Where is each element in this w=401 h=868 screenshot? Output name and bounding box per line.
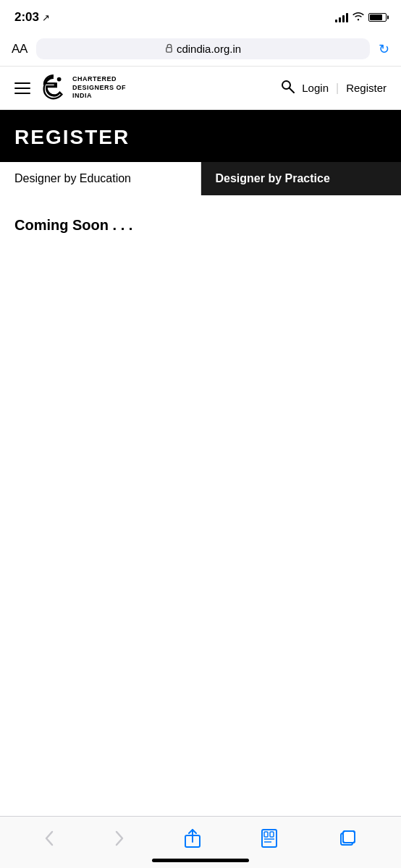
search-icon[interactable]: [280, 79, 295, 97]
browser-actions: [0, 817, 401, 859]
tab-practice[interactable]: Designer by Practice: [201, 162, 402, 195]
url-bar[interactable]: cdindia.org.in: [36, 38, 370, 59]
svg-rect-8: [270, 832, 274, 837]
svg-line-4: [290, 88, 294, 93]
browser-bookmark-button[interactable]: [261, 829, 277, 848]
tab-education[interactable]: Designer by Education: [0, 162, 201, 195]
status-time: 2:03: [14, 10, 39, 25]
address-bar: AA cdindia.org.in ↻: [0, 32, 401, 67]
nav-left: CHARTERED DESIGNERS OF INDIA: [14, 74, 126, 103]
browser-bottom-bar: [0, 816, 401, 868]
logo-area: CHARTERED DESIGNERS OF INDIA: [41, 74, 126, 103]
svg-rect-12: [343, 831, 355, 843]
register-link[interactable]: Register: [346, 82, 387, 94]
hamburger-menu[interactable]: [14, 82, 30, 94]
lock-icon: [165, 43, 173, 55]
signal-bar-1: [335, 20, 337, 22]
register-title: REGISTER: [14, 126, 387, 149]
logo-icon: [41, 74, 67, 103]
signal-bar-2: [339, 17, 341, 22]
url-text: cdindia.org.in: [177, 43, 241, 55]
browser-share-button[interactable]: [185, 829, 200, 848]
signal-bars: [335, 12, 348, 22]
login-link[interactable]: Login: [302, 82, 329, 94]
status-icons: [335, 12, 387, 23]
browser-tabs-button[interactable]: [339, 830, 356, 847]
coming-soon-text: Coming Soon . . .: [14, 217, 387, 234]
signal-bar-4: [346, 13, 348, 22]
wifi-icon: [353, 12, 364, 23]
nav-bar: CHARTERED DESIGNERS OF INDIA Login | Reg…: [0, 67, 401, 110]
browser-forward-button[interactable]: [115, 830, 124, 846]
nav-right: Login | Register: [280, 79, 387, 97]
tabs-row: Designer by Education Designer by Practi…: [0, 162, 401, 195]
location-icon: ↗: [42, 12, 50, 23]
svg-rect-0: [166, 47, 172, 52]
svg-point-2: [57, 77, 62, 81]
coming-soon-section: Coming Soon . . .: [0, 195, 401, 255]
logo-text: CHARTERED DESIGNERS OF INDIA: [72, 75, 126, 101]
status-bar: 2:03 ↗: [0, 0, 401, 32]
register-header: REGISTER: [0, 110, 401, 162]
svg-rect-7: [264, 832, 268, 837]
signal-bar-3: [342, 15, 345, 22]
main-content: REGISTER Designer by Education Designer …: [0, 110, 401, 255]
home-indicator: [152, 859, 249, 862]
refresh-icon[interactable]: ↻: [379, 41, 389, 57]
browser-back-button[interactable]: [45, 830, 54, 846]
font-size-control[interactable]: AA: [12, 42, 28, 56]
battery-fill: [370, 14, 382, 20]
nav-divider: |: [336, 82, 339, 95]
battery-icon: [368, 13, 387, 22]
